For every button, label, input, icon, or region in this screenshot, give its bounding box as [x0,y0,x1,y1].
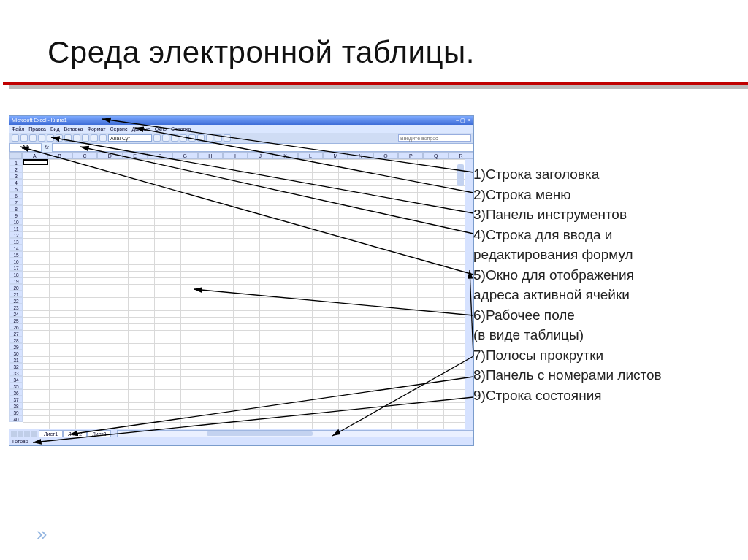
column-header[interactable]: L [298,152,323,159]
column-header[interactable]: F [148,152,172,159]
column-headers[interactable]: ABCDEFGHIJKLMNOPQR [9,152,473,159]
row-header[interactable]: 7 [9,199,23,205]
row-header[interactable]: 38 [9,402,23,409]
row-header[interactable]: 3 [9,172,23,179]
row-header[interactable]: 8 [9,205,23,212]
row-header[interactable]: 37 [9,396,23,402]
tool-print-icon[interactable] [38,134,45,142]
tool-paste-icon[interactable] [64,134,72,142]
row-header[interactable]: 16 [9,258,23,264]
row-header[interactable]: 27 [9,330,23,337]
row-header[interactable]: 24 [9,310,23,317]
row-header[interactable]: 34 [9,376,23,383]
row-header[interactable]: 23 [9,304,23,310]
tool-underline-icon[interactable] [171,134,178,142]
sheet-tab[interactable]: Лист1 [39,430,63,437]
column-header[interactable]: Q [423,152,448,159]
row-header[interactable]: 33 [9,369,23,376]
column-header[interactable]: C [72,152,97,159]
row-header[interactable]: 21 [9,291,23,297]
sheet-tab[interactable]: Лист2 [63,430,87,437]
row-header[interactable]: 19 [9,277,23,284]
tool-chart-icon[interactable] [99,134,107,142]
row-header[interactable]: 2 [9,166,23,172]
row-header[interactable]: 12 [9,231,23,238]
menu-item[interactable]: Формат [88,125,106,133]
toolbar[interactable]: Arial Cyr Введите вопрос [9,133,473,143]
column-header[interactable]: E [123,152,148,159]
row-header[interactable]: 9 [9,212,23,218]
tool-open-icon[interactable] [20,134,28,142]
column-header[interactable]: P [398,152,423,159]
tool-sort-icon[interactable] [91,134,98,142]
row-header[interactable]: 14 [9,245,23,251]
row-header[interactable]: 26 [9,323,23,330]
row-header[interactable]: 17 [9,264,23,271]
column-header[interactable]: M [323,152,348,159]
name-box[interactable]: A1 [9,143,42,152]
row-header[interactable]: 11 [9,225,23,231]
column-header[interactable]: B [47,152,72,159]
row-header[interactable]: 20 [9,284,23,291]
row-header[interactable]: 39 [9,409,23,415]
sheet-tab[interactable]: Лист3 [87,430,111,437]
active-cell[interactable] [23,159,48,165]
tool-cut-icon[interactable] [47,134,54,142]
help-search-input[interactable]: Введите вопрос [398,134,471,142]
row-header[interactable]: 18 [9,271,23,277]
tool-percent-icon[interactable] [224,134,231,142]
column-header[interactable]: H [198,152,223,159]
row-header[interactable]: 25 [9,317,23,323]
column-header[interactable]: N [348,152,373,159]
column-header[interactable]: K [272,152,297,159]
column-header[interactable]: G [172,152,197,159]
tool-redo-icon[interactable] [82,134,89,142]
tool-align-center-icon[interactable] [188,134,196,142]
font-name-selector[interactable]: Arial Cyr [108,134,152,142]
column-header[interactable]: A [22,152,47,159]
row-header[interactable]: 29 [9,343,23,350]
row-header[interactable]: 28 [9,337,23,343]
select-all-corner[interactable] [9,152,22,159]
tab-nav-buttons[interactable] [9,431,39,437]
tool-align-left-icon[interactable] [180,134,187,142]
row-header[interactable]: 15 [9,251,23,258]
column-header[interactable]: O [373,152,398,159]
vertical-scroll-thumb[interactable] [457,164,464,186]
column-header[interactable]: I [223,152,248,159]
tool-bold-icon[interactable] [153,134,161,142]
window-controls[interactable]: – ▢ ✕ [456,116,471,125]
tool-italic-icon[interactable] [162,134,169,142]
row-header[interactable]: 40 [9,415,23,422]
fx-icon[interactable]: fx [42,143,52,152]
menu-item[interactable]: Вид [50,125,60,133]
row-header[interactable]: 1 [9,159,23,166]
row-header[interactable]: 30 [9,350,23,356]
row-header[interactable]: 13 [9,238,23,245]
column-header[interactable]: D [97,152,122,159]
worksheet-grid[interactable] [23,159,473,429]
formula-input[interactable] [52,143,473,152]
menu-item[interactable]: Правка [28,125,46,133]
row-header[interactable]: 6 [9,192,23,199]
tool-currency-icon[interactable] [215,134,222,142]
menubar[interactable]: ФайлПравкаВидВставкаФорматСервисДанныеОк… [9,125,473,133]
row-header[interactable]: 32 [9,363,23,369]
horizontal-scrollbar[interactable] [117,430,473,437]
row-header[interactable]: 36 [9,389,23,396]
tool-save-icon[interactable] [29,134,37,142]
row-header[interactable]: 4 [9,179,23,185]
column-header[interactable]: J [248,152,272,159]
menu-item[interactable]: Вставка [64,125,83,133]
row-header[interactable]: 22 [9,297,23,304]
column-header[interactable]: R [449,152,473,159]
tool-merge-icon[interactable] [206,134,213,142]
row-header[interactable]: 10 [9,218,23,225]
slide-nav-icon[interactable]: » [37,523,47,545]
menu-item[interactable]: Данные [131,125,150,133]
menu-item[interactable]: Окно [155,125,167,133]
menu-item[interactable]: Сервис [110,125,127,133]
row-header[interactable]: 35 [9,383,23,389]
tool-copy-icon[interactable] [56,134,63,142]
menu-item[interactable]: Файл [12,125,24,133]
